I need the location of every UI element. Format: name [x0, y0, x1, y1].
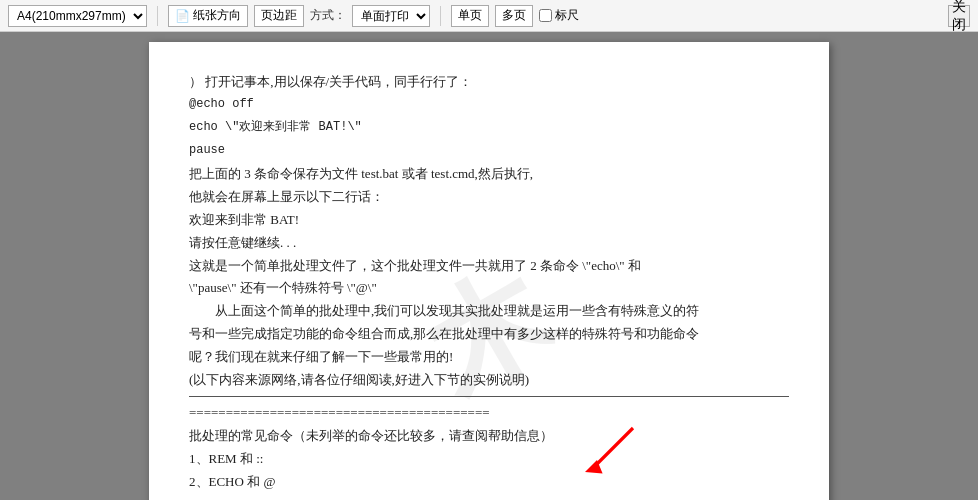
divider-text: ========================================… — [189, 403, 789, 424]
line-intro: ） 打开记事本,用以保存/关手代码，同手行行了： — [189, 72, 789, 93]
paper-direction-button[interactable]: 📄 纸张方向 — [168, 5, 248, 27]
close-button[interactable]: 关闭 — [948, 5, 970, 27]
page-content: ） 打开记事本,用以保存/关手代码，同手行行了： @echo off echo … — [189, 72, 789, 500]
code-line-2: echo \"欢迎来到非常 BAT!\" — [189, 118, 789, 137]
main-area: 木 ） 打开记事本,用以保存/关手代码，同手行行了： @echo off ech… — [0, 32, 978, 500]
divider — [189, 396, 789, 397]
page-sheet: 木 ） 打开记事本,用以保存/关手代码，同手行行了： @echo off ech… — [149, 42, 829, 500]
para-7: 从上面这个简单的批处理中,我们可以发现其实批处理就是运用一些含有特殊意义的符 — [189, 301, 789, 322]
multi-page-button[interactable]: 多页 — [495, 5, 533, 27]
page-preview: 木 ） 打开记事本,用以保存/关手代码，同手行行了： @echo off ech… — [0, 32, 978, 500]
separator-1 — [157, 6, 158, 26]
ruler-checkbox-label[interactable]: 标尺 — [539, 7, 579, 24]
para-1: 把上面的 3 条命令保存为文件 test.bat 或者 test.cmd,然后执… — [189, 164, 789, 185]
list-item-3: 3、PAUSE — [189, 495, 789, 500]
code-line-3: pause — [189, 141, 789, 160]
paper-direction-icon: 📄 — [175, 9, 190, 23]
para-9: 呢？我们现在就来仔细了解一下一些最常用的! — [189, 347, 789, 368]
section-title: 批处理的常见命令（未列举的命令还比较多，请查阅帮助信息） — [189, 426, 789, 447]
ruler-checkbox[interactable] — [539, 9, 552, 22]
separator-2 — [440, 6, 441, 26]
code-line-1: @echo off — [189, 95, 789, 114]
para-4: 请按任意键继续. . . — [189, 233, 789, 254]
page-margin-button[interactable]: 页边距 — [254, 5, 304, 27]
method-label: 方式： — [310, 7, 346, 24]
close-icon: 关闭 — [949, 0, 969, 34]
para-10: (以下内容来源网络,请各位仔细阅读,好进入下节的实例说明) — [189, 370, 789, 391]
single-page-button[interactable]: 单页 — [451, 5, 489, 27]
paper-direction-label: 纸张方向 — [193, 7, 241, 24]
method-select[interactable]: 单面打印 — [352, 5, 430, 27]
para-5: 这就是一个简单批处理文件了，这个批处理文件一共就用了 2 条命令 \"echo\… — [189, 256, 789, 277]
multi-page-label: 多页 — [502, 7, 526, 24]
para-2: 他就会在屏幕上显示以下二行话： — [189, 187, 789, 208]
list-item-2: 2、ECHO 和 @ — [189, 472, 789, 493]
para-8: 号和一些完成指定功能的命令组合而成,那么在批处理中有多少这样的特殊符号和功能命令 — [189, 324, 789, 345]
para-6: \"pause\" 还有一个特殊符号 \"@\" — [189, 278, 789, 299]
toolbar-right: 关闭 — [948, 5, 970, 27]
list-item-1: 1、REM 和 :: — [189, 449, 789, 470]
print-toolbar: A4(210mmx297mm) 📄 纸张方向 页边距 方式： 单面打印 单页 多… — [0, 0, 978, 32]
page-margin-label: 页边距 — [261, 7, 297, 24]
paper-size-select[interactable]: A4(210mmx297mm) — [8, 5, 147, 27]
single-page-label: 单页 — [458, 7, 482, 24]
para-3: 欢迎来到非常 BAT! — [189, 210, 789, 231]
ruler-label: 标尺 — [555, 7, 579, 24]
